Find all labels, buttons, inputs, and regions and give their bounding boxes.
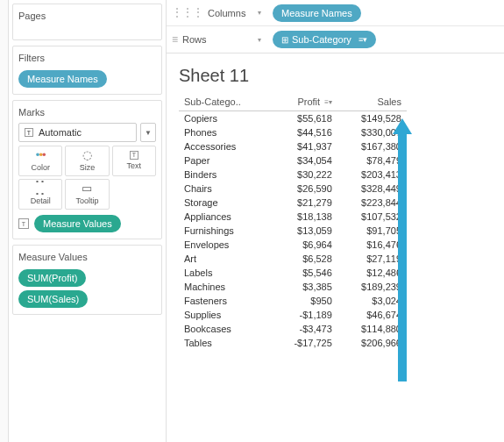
header-sub-category[interactable]: Sub-Catego.. bbox=[179, 95, 271, 111]
columns-caret[interactable]: ▾ bbox=[253, 9, 266, 17]
expand-icon: ⊞ bbox=[281, 35, 288, 45]
size-icon: ◌ bbox=[66, 149, 108, 161]
cell-profit: $6,964 bbox=[271, 238, 337, 252]
text-icon: T bbox=[130, 151, 138, 160]
cell-sales: $203,413 bbox=[337, 168, 407, 182]
cell-sales: $189,239 bbox=[337, 280, 407, 294]
measure-values-title: Measure Values bbox=[18, 250, 156, 264]
cell-profit: -$17,725 bbox=[271, 336, 337, 350]
cell-sales: $78,479 bbox=[337, 153, 407, 168]
cell-sub-category: Paper bbox=[179, 153, 271, 168]
cell-sub-category: Labels bbox=[179, 266, 271, 280]
cell-profit: $6,528 bbox=[271, 252, 337, 266]
text-mark-icon: T bbox=[25, 128, 33, 137]
marks-type-caret[interactable]: ▼ bbox=[140, 123, 156, 142]
filters-shelf[interactable]: Filters Measure Names bbox=[12, 46, 162, 95]
cell-sub-category: Copiers bbox=[179, 111, 271, 126]
table-row[interactable]: Tables-$17,725$206,966 bbox=[179, 336, 407, 350]
cell-sales: $223,844 bbox=[337, 196, 407, 210]
columns-shelf[interactable]: ⋮⋮⋮ Columns ▾ Measure Names bbox=[167, 0, 504, 26]
table-row[interactable]: Appliances$18,138$107,532 bbox=[179, 210, 407, 224]
rows-caret[interactable]: ▾ bbox=[253, 36, 266, 44]
header-profit[interactable]: Profit ≡▾ bbox=[271, 95, 337, 111]
cell-sub-category: Storage bbox=[179, 196, 271, 210]
mark-tooltip-button[interactable]: ▭ Tooltip bbox=[65, 179, 109, 210]
shelves-area: ⋮⋮⋮ Columns ▾ Measure Names ≡ Rows ▾ bbox=[167, 0, 504, 53]
table-row[interactable]: Storage$21,279$223,844 bbox=[179, 196, 407, 210]
cell-sub-category: Phones bbox=[179, 125, 271, 139]
table-row[interactable]: Binders$30,222$203,413 bbox=[179, 168, 407, 182]
cell-profit: -$1,189 bbox=[271, 308, 337, 322]
table-row[interactable]: Labels$5,546$12,486 bbox=[179, 266, 407, 280]
columns-label: ⋮⋮⋮ Columns bbox=[172, 8, 246, 18]
cell-sales: $149,528 bbox=[337, 111, 407, 126]
drag-handle-icon: ⋮⋮⋮ bbox=[172, 11, 203, 14]
cell-sub-category: Chairs bbox=[179, 182, 271, 196]
cell-sub-category: Fasteners bbox=[179, 294, 271, 308]
cell-profit: $30,222 bbox=[271, 168, 337, 182]
cell-sub-category: Tables bbox=[179, 336, 271, 350]
cell-sales: $330,007 bbox=[337, 125, 407, 139]
detail-icon: ∘∘∘∘ bbox=[19, 182, 61, 195]
table-row[interactable]: Supplies-$1,189$46,674 bbox=[179, 308, 407, 322]
sort-desc-icon: ≡▾ bbox=[358, 35, 367, 44]
table-row[interactable]: Copiers$55,618$149,528 bbox=[179, 111, 407, 126]
text-mark-icon: T bbox=[18, 218, 29, 229]
cell-profit: $21,279 bbox=[271, 196, 337, 210]
tooltip-icon: ▭ bbox=[66, 182, 108, 195]
table-row[interactable]: Chairs$26,590$328,449 bbox=[179, 182, 407, 196]
mark-size-button[interactable]: ◌ Size bbox=[65, 146, 109, 176]
sheet-title: Sheet 11 bbox=[179, 66, 492, 86]
marks-type-label: Automatic bbox=[39, 127, 82, 138]
columns-pill-measure-names[interactable]: Measure Names bbox=[273, 4, 361, 22]
filters-title: Filters bbox=[18, 51, 156, 65]
pill-label: Sub-Category bbox=[292, 34, 351, 45]
table-row[interactable]: Furnishings$13,059$91,705 bbox=[179, 224, 407, 238]
header-sales[interactable]: Sales bbox=[337, 95, 407, 111]
cell-sales: $91,705 bbox=[337, 224, 407, 238]
cell-sub-category: Envelopes bbox=[179, 238, 271, 252]
table-row[interactable]: Accessories$41,937$167,380 bbox=[179, 139, 407, 153]
marks-pill-measure-values[interactable]: Measure Values bbox=[34, 215, 121, 232]
mark-color-label: Color bbox=[19, 163, 61, 172]
cell-sales: $27,119 bbox=[337, 252, 407, 266]
mark-tooltip-label: Tooltip bbox=[66, 196, 108, 205]
cell-profit: $41,937 bbox=[271, 139, 337, 153]
pill-label: SUM(Profit) bbox=[27, 273, 77, 283]
cell-profit: $44,516 bbox=[271, 125, 337, 139]
marks-type-select[interactable]: T Automatic bbox=[18, 123, 137, 142]
measure-values-shelf[interactable]: Measure Values SUM(Profit) SUM(Sales) bbox=[12, 245, 162, 315]
color-dots-icon: ••• bbox=[19, 149, 61, 161]
mv-pill-sum-profit[interactable]: SUM(Profit) bbox=[18, 269, 86, 287]
cell-profit: $55,618 bbox=[271, 111, 337, 126]
table-row[interactable]: Machines$3,385$189,239 bbox=[179, 280, 407, 294]
drag-handle-icon: ≡ bbox=[172, 39, 178, 41]
cell-profit: $26,590 bbox=[271, 182, 337, 196]
mark-color-button[interactable]: ••• Color bbox=[18, 146, 62, 176]
cell-profit: $5,546 bbox=[271, 266, 337, 280]
table-row[interactable]: Phones$44,516$330,007 bbox=[179, 125, 407, 139]
mark-text-label: Text bbox=[113, 161, 155, 170]
table-row[interactable]: Art$6,528$27,119 bbox=[179, 252, 407, 266]
pages-shelf[interactable]: Pages bbox=[12, 4, 162, 40]
cell-sales: $12,486 bbox=[337, 266, 407, 280]
mark-detail-button[interactable]: ∘∘∘∘ Detail bbox=[18, 179, 62, 210]
pill-label: Measure Values bbox=[43, 218, 112, 229]
cell-sub-category: Accessories bbox=[179, 139, 271, 153]
rows-pill-sub-category[interactable]: ⊞ Sub-Category ≡▾ bbox=[273, 31, 376, 48]
table-row[interactable]: Bookcases-$3,473$114,880 bbox=[179, 322, 407, 336]
cell-sales: $3,024 bbox=[337, 294, 407, 308]
mv-pill-sum-sales[interactable]: SUM(Sales) bbox=[18, 290, 88, 308]
cell-profit: $13,059 bbox=[271, 224, 337, 238]
table-row[interactable]: Envelopes$6,964$16,476 bbox=[179, 238, 407, 252]
filter-pill-measure-names[interactable]: Measure Names bbox=[18, 70, 107, 88]
cell-sales: $107,532 bbox=[337, 210, 407, 224]
cell-profit: $34,054 bbox=[271, 153, 337, 168]
rows-shelf[interactable]: ≡ Rows ▾ ⊞ Sub-Category ≡▾ bbox=[167, 26, 504, 53]
cell-sub-category: Bookcases bbox=[179, 322, 271, 336]
mark-text-button[interactable]: T Text bbox=[112, 146, 156, 176]
cell-sub-category: Binders bbox=[179, 168, 271, 182]
table-row[interactable]: Paper$34,054$78,479 bbox=[179, 153, 407, 168]
table-row[interactable]: Fasteners$950$3,024 bbox=[179, 294, 407, 308]
cell-sub-category: Furnishings bbox=[179, 224, 271, 238]
